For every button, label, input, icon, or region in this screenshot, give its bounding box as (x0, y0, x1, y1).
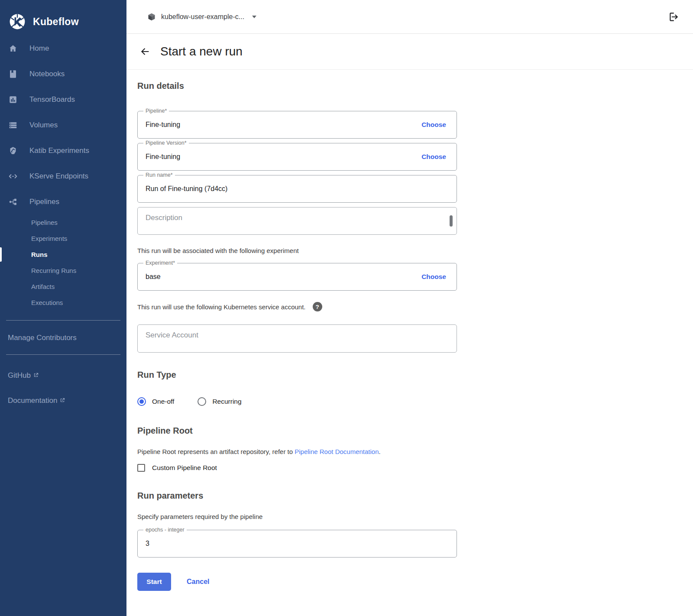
sidebar-subitem-label: Artifacts (31, 283, 55, 290)
radio-unselected-icon[interactable] (198, 397, 206, 406)
sidebar-subitem-recurring-runs[interactable]: Recurring Runs (0, 263, 126, 279)
sidebar-subitem-label: Recurring Runs (31, 267, 76, 274)
sidebar-item-volumes[interactable]: Volumes (0, 112, 126, 138)
sidebar-item-label: Home (29, 44, 49, 53)
form-actions: Start Cancel (137, 573, 693, 591)
experiment-field-label: Experiment* (143, 259, 177, 266)
documentation-link[interactable]: Documentation (0, 396, 126, 405)
pipeline-root-heading: Pipeline Root (137, 426, 693, 436)
pipeline-root-documentation-link[interactable]: Pipeline Root Documentation (295, 448, 379, 455)
epochs-input[interactable] (138, 530, 457, 557)
sidebar-item-label: Katib Experiments (29, 146, 89, 155)
experiment-field-value: base (146, 273, 161, 281)
cancel-button[interactable]: Cancel (183, 576, 213, 587)
topbar: kubeflow-user-example-c... (126, 0, 693, 34)
bar-chart-icon (8, 94, 18, 105)
run-details-heading: Run details (137, 81, 693, 91)
sidebar-item-label: Volumes (29, 121, 58, 130)
sidebar-subitem-label: Executions (31, 299, 63, 306)
recurring-label: Recurring (212, 398, 241, 405)
run-type-one-off-option[interactable]: One-off (137, 397, 174, 406)
sidebar-nav: Home Notebooks TensorBoards Volumes (0, 36, 126, 311)
run-type-recurring-option[interactable]: Recurring (198, 397, 241, 406)
notebook-icon (8, 69, 18, 79)
sidebar-item-label: TensorBoards (29, 95, 75, 104)
app-title: Kubeflow (33, 16, 79, 28)
back-button[interactable] (139, 45, 152, 58)
main-area: kubeflow-user-example-c... Start a new r… (126, 0, 693, 616)
sidebar-subitem-label: Runs (31, 251, 48, 258)
chevron-down-icon (252, 16, 256, 18)
pipeline-field[interactable]: Pipeline* Fine-tuning Choose (137, 111, 457, 139)
sidebar-subitem-artifacts[interactable]: Artifacts (0, 279, 126, 295)
logout-button[interactable] (666, 10, 681, 24)
sidebar-item-katib-experiments[interactable]: Katib Experiments (0, 138, 126, 163)
storage-icon (8, 120, 18, 130)
run-parameters-heading: Run parameters (137, 491, 693, 501)
sidebar-subitem-label: Pipelines (31, 219, 58, 226)
sidebar-item-pipelines[interactable]: Pipelines (0, 189, 126, 214)
experiment-association-text: This run will be associated with the fol… (137, 247, 693, 254)
sidebar-item-label: Notebooks (29, 70, 65, 78)
sidebar-subitem-executions[interactable]: Executions (0, 295, 126, 311)
pipeline-version-field-label: Pipeline Version* (143, 139, 189, 146)
pipeline-field-value: Fine-tuning (146, 121, 180, 129)
custom-pipeline-root-option[interactable]: Custom Pipeline Root (137, 464, 693, 472)
arrow-left-icon (139, 46, 151, 57)
sidebar-item-label: Pipelines (29, 198, 59, 206)
one-off-label: One-off (152, 398, 174, 405)
checkbox-unchecked-icon[interactable] (137, 464, 145, 472)
namespace-selector[interactable]: kubeflow-user-example-c... (147, 13, 256, 21)
radio-selected-icon[interactable] (137, 397, 146, 406)
page-title: Start a new run (160, 45, 243, 58)
kubeflow-logo-icon (8, 12, 27, 31)
katib-icon (8, 146, 18, 156)
endpoints-icon (8, 171, 18, 182)
start-button[interactable]: Start (137, 573, 171, 591)
help-icon[interactable]: ? (313, 302, 322, 311)
kubeflow-logo[interactable]: Kubeflow (0, 0, 126, 36)
experiment-field[interactable]: Experiment* base Choose (137, 263, 457, 291)
run-name-field[interactable]: Run name* (137, 175, 457, 203)
sidebar-divider (6, 320, 120, 321)
service-account-field[interactable] (137, 324, 457, 353)
app-root: Kubeflow Home Notebooks TensorBoards (0, 0, 693, 616)
sidebar-item-home[interactable]: Home (0, 36, 126, 61)
sidebar-item-label: KServe Endpoints (29, 172, 88, 181)
pipeline-version-field-value: Fine-tuning (146, 153, 180, 161)
github-link[interactable]: GitHub (0, 371, 126, 380)
service-account-text: This run will use the following Kubernet… (137, 303, 306, 311)
run-name-input[interactable] (138, 175, 457, 202)
external-link-icon (33, 371, 39, 380)
manage-contributors-link[interactable]: Manage Contributors (0, 334, 126, 342)
service-account-input[interactable] (138, 325, 457, 352)
sidebar-subitem-pipelines[interactable]: Pipelines (0, 214, 126, 230)
pipeline-choose-button[interactable]: Choose (420, 120, 448, 130)
epochs-field[interactable]: epochs - integer (137, 530, 457, 558)
run-parameters-text: Specify parameters required by the pipel… (137, 513, 693, 520)
external-link-icon (60, 396, 65, 405)
experiment-choose-button[interactable]: Choose (420, 272, 448, 282)
pipeline-root-text: Pipeline Root represents an artifact rep… (137, 448, 693, 455)
run-type-options: One-off Recurring (137, 397, 693, 406)
pipeline-version-field[interactable]: Pipeline Version* Fine-tuning Choose (137, 143, 457, 171)
pipeline-version-choose-button[interactable]: Choose (420, 152, 448, 162)
logout-icon (668, 11, 679, 23)
textarea-scrollbar-thumb[interactable] (450, 215, 453, 227)
sidebar-subitem-experiments[interactable]: Experiments (0, 230, 126, 246)
pipeline-field-label: Pipeline* (143, 107, 169, 114)
sidebar-item-kserve-endpoints[interactable]: KServe Endpoints (0, 163, 126, 189)
sidebar-subitem-runs[interactable]: Runs (0, 246, 126, 263)
home-icon (8, 43, 18, 54)
description-textarea[interactable] (138, 207, 457, 234)
sidebar-divider (6, 354, 120, 355)
sidebar-item-tensorboards[interactable]: TensorBoards (0, 87, 126, 112)
sidebar-item-notebooks[interactable]: Notebooks (0, 61, 126, 87)
page-header: Start a new run (126, 34, 693, 70)
sidebar-subitem-label: Experiments (31, 235, 67, 242)
namespace-cube-icon (147, 13, 156, 21)
sidebar: Kubeflow Home Notebooks TensorBoards (0, 0, 126, 616)
run-type-heading: Run Type (137, 370, 693, 380)
description-field[interactable] (137, 207, 457, 235)
namespace-label: kubeflow-user-example-c... (161, 13, 244, 21)
